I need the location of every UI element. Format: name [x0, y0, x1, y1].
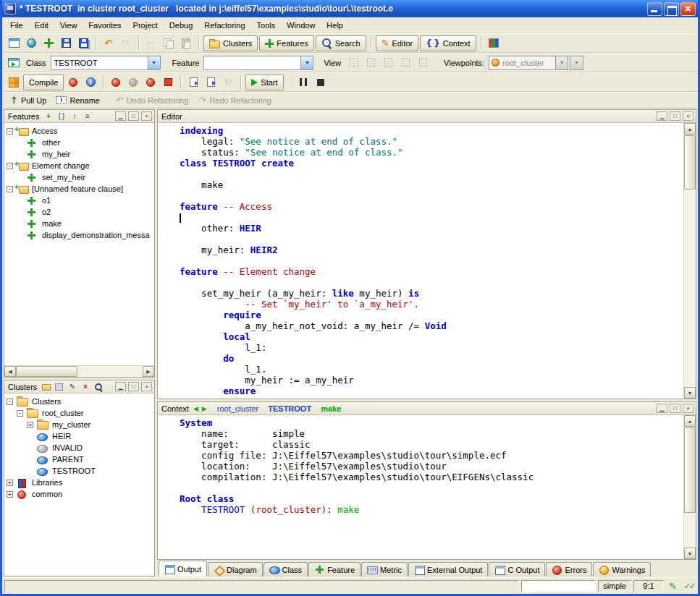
clusters-close-button[interactable]: × [141, 382, 152, 391]
menu-edit[interactable]: Edit [29, 19, 54, 32]
undo-icon[interactable]: ↶ [101, 35, 117, 51]
view-flat-icon[interactable] [380, 55, 396, 70]
start-button[interactable]: Start [245, 74, 283, 90]
tab-diagram[interactable]: Diagram [208, 562, 263, 576]
features-maximize-button[interactable]: □ [128, 111, 139, 121]
breadcrumb-class[interactable]: TESTROOT [268, 404, 311, 413]
menu-view[interactable]: View [54, 19, 83, 32]
expand-box-icon[interactable]: + [27, 422, 33, 428]
menu-project[interactable]: Project [127, 19, 164, 32]
feature-combo[interactable]: ▼ [203, 56, 313, 70]
profiler-icon[interactable] [486, 35, 502, 51]
clusters-maximize-button[interactable]: □ [128, 382, 139, 391]
scroll-up-icon[interactable]: ▲ [684, 415, 696, 427]
tree-item-common[interactable]: +common [4, 488, 154, 500]
view-interface-icon[interactable] [397, 55, 413, 70]
class-combo[interactable]: TESTROOT ▼ [51, 56, 161, 70]
scroll-left-icon[interactable]: ◀ [4, 366, 16, 377]
editor-button[interactable]: ✎ Editor [376, 35, 419, 51]
tab-warnings[interactable]: Warnings [593, 562, 651, 576]
context-minimize-button[interactable]: ▁ [657, 404, 667, 413]
view-contracts-icon[interactable] [363, 55, 379, 70]
editor-vertical-scrollbar[interactable]: ▲ ▼ [683, 123, 696, 399]
menu-favorites[interactable]: Favorites [83, 19, 127, 32]
scroll-up-icon[interactable]: ▲ [684, 123, 696, 135]
collapse-box-icon[interactable]: - [7, 399, 13, 405]
tree-item-invalid[interactable]: INVALID [4, 442, 154, 454]
viewpoint-extra-dropdown[interactable]: ▼ [570, 56, 583, 69]
editor-close-button[interactable]: × [683, 111, 693, 121]
tree-item-set-my-heir[interactable]: set_my_heir [4, 171, 154, 183]
find-class-icon[interactable] [93, 382, 104, 392]
scroll-down-icon[interactable]: ▼ [684, 387, 696, 399]
titlebar[interactable]: * TESTROOT in cluster root_cluster locat… [2, 0, 698, 17]
context-back-icon[interactable]: ◀ [193, 405, 198, 412]
scrollbar-thumb[interactable] [684, 135, 696, 190]
add-library-icon[interactable] [54, 382, 64, 392]
class-combo-dropdown[interactable]: ▼ [148, 56, 160, 69]
context-maximize-button[interactable]: □ [670, 404, 680, 413]
scrollbar-thumb[interactable] [16, 366, 77, 377]
breadcrumb-feature[interactable]: make [321, 404, 341, 413]
scrollbar-track[interactable] [684, 135, 696, 387]
tree-item-clusters[interactable]: -Clusters [4, 396, 154, 407]
features-button[interactable]: Features [259, 35, 313, 51]
sort-icon[interactable]: ↕ [69, 111, 80, 122]
collapse-box-icon[interactable]: - [17, 410, 23, 417]
expand-box-icon[interactable]: + [7, 491, 13, 498]
open-project-icon[interactable] [23, 35, 39, 51]
new-window-icon[interactable] [6, 35, 22, 51]
viewpoint-extra-combo[interactable]: ▼ [570, 56, 583, 70]
pause-icon[interactable] [295, 74, 311, 90]
terminate-c-compilation-icon[interactable] [160, 74, 176, 90]
tab-c-output[interactable]: C Output [489, 562, 545, 576]
edit-cluster-icon[interactable]: ✎ [67, 382, 77, 392]
generate-documentation-icon[interactable] [185, 74, 201, 90]
features-horizontal-scrollbar[interactable]: ◀ ▶ [4, 365, 154, 377]
sync-status-icon[interactable]: ✓✓ [682, 580, 696, 592]
melt-icon[interactable] [65, 74, 81, 90]
scroll-right-icon[interactable]: ▶ [143, 366, 154, 377]
menu-help[interactable]: Help [321, 19, 349, 32]
tree-item-my-heir[interactable]: my_heir [4, 148, 154, 160]
editable-status-icon[interactable]: ✎ [666, 580, 680, 592]
tree-item-testroot[interactable]: TESTROOT [4, 465, 154, 477]
tab-class[interactable]: Class [263, 562, 308, 576]
refresh-icon[interactable]: ↻ [220, 74, 236, 90]
tree-item-o1[interactable]: o1 [4, 195, 154, 206]
tab-feature[interactable]: Feature [308, 562, 360, 576]
undo-refactoring-button[interactable]: ↶ Undo Refactoring [111, 93, 193, 107]
save-all-icon[interactable] [75, 35, 91, 51]
precompile-icon[interactable] [143, 74, 159, 90]
clusters-button[interactable]: Clusters [203, 35, 258, 51]
features-minimize-button[interactable]: ▁ [115, 111, 126, 121]
tree-item-libraries[interactable]: +Libraries [4, 477, 154, 488]
compilation-info-icon[interactable]: i [83, 74, 98, 90]
scrollbar-thumb[interactable] [684, 427, 696, 513]
tab-errors[interactable]: Errors [546, 562, 592, 576]
editor-body[interactable]: indexing legal: "See notice at end of cl… [158, 123, 696, 399]
clusters-minimize-button[interactable]: ▁ [115, 382, 126, 391]
expand-box-icon[interactable]: + [7, 480, 13, 486]
paste-icon[interactable] [178, 35, 194, 51]
tree-item-display-demonstration-messa[interactable]: display_demonstration_messa [4, 229, 154, 241]
context-output[interactable]: System name: simple target: classic conf… [180, 417, 683, 559]
minimize-button[interactable] [647, 2, 662, 16]
scrollbar-track[interactable] [684, 427, 696, 548]
collapse-box-icon[interactable]: - [7, 128, 13, 135]
feature-combo-dropdown[interactable]: ▼ [300, 56, 313, 69]
collapse-box-icon[interactable]: - [7, 163, 13, 169]
tree-item-make[interactable]: make [4, 218, 154, 229]
context-vertical-scrollbar[interactable]: ▲ ▼ [683, 415, 696, 559]
scrollbar-track[interactable] [16, 366, 143, 377]
scroll-down-icon[interactable]: ▼ [684, 548, 696, 559]
rename-button[interactable]: Rename [52, 93, 104, 107]
compile-workbench-icon[interactable] [6, 74, 22, 90]
tree-item-root-cluster[interactable]: -root_cluster [4, 407, 154, 419]
class-tool-icon[interactable] [6, 55, 22, 70]
new-item-icon[interactable] [41, 35, 56, 51]
search-button[interactable]: Search [316, 35, 366, 51]
stop-icon[interactable] [313, 74, 329, 90]
menu-window[interactable]: Window [281, 19, 321, 32]
add-feature-icon[interactable]: + [43, 111, 54, 122]
